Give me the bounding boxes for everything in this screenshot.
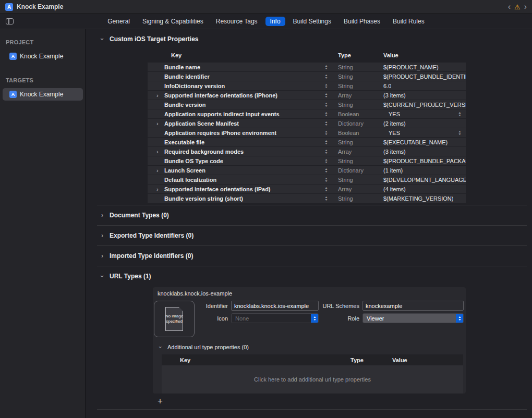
targets-section-header: TARGETS (0, 77, 86, 83)
section-title: Imported Type Identifiers (0) (110, 252, 193, 260)
url-type-editor: knocklabs.knock.ios-example No image spe… (153, 287, 466, 394)
key-stepper-icon[interactable]: ▲▼ (325, 102, 328, 107)
section-document-types[interactable]: › Document Types (0) (97, 205, 527, 225)
key-stepper-icon[interactable]: ▲▼ (325, 177, 328, 182)
disclosure-triangle-icon[interactable]: › (156, 167, 164, 174)
editor-tabbar: GeneralSigning & CapabilitiesResource Ta… (0, 14, 532, 29)
property-row[interactable]: Bundle version string (short)▲▼String$(M… (148, 194, 466, 203)
key-stepper-icon[interactable]: ▲▼ (325, 187, 328, 191)
property-key-label: Bundle OS Type code (164, 158, 223, 164)
role-popup[interactable]: Viewer ▲▼ (362, 313, 464, 323)
section-url-types[interactable]: › URL Types (1) (97, 266, 527, 286)
property-value-label: $(CURRENT_PROJECT_VERSION) (383, 102, 466, 108)
property-row[interactable]: Application requires iPhone environment▲… (148, 128, 466, 137)
value-popup-stepper-icon[interactable]: ▲▼ (458, 130, 461, 135)
disclosure-triangle-icon[interactable]: › (156, 186, 164, 192)
disclosure-triangle-icon[interactable]: › (156, 149, 164, 155)
property-row[interactable]: Bundle version▲▼String$(CURRENT_PROJECT_… (148, 100, 466, 109)
property-key-label: Executable file (164, 139, 204, 145)
chevron-right-icon: › (100, 252, 105, 260)
property-row[interactable]: ›Supported interface orientations (iPad)… (148, 185, 466, 193)
key-stepper-icon[interactable]: ▲▼ (325, 149, 328, 154)
tab-general[interactable]: General (103, 17, 135, 26)
property-value-label: (4 items) (383, 186, 406, 192)
disclosure-triangle-icon[interactable]: › (156, 120, 164, 127)
property-row[interactable]: Default localization▲▼String$(DEVELOPMEN… (148, 175, 466, 184)
column-header-type: Type (331, 52, 377, 58)
tab-build-settings[interactable]: Build Settings (288, 17, 336, 26)
tab-info[interactable]: Info (265, 17, 285, 26)
sidebar-item-target[interactable]: A Knock Example (3, 88, 83, 101)
key-stepper-icon[interactable]: ▲▼ (325, 196, 328, 201)
property-row[interactable]: ›Application Scene Manifest▲▼Dictionary(… (148, 119, 466, 128)
back-chevron-icon[interactable]: ‹ (508, 3, 511, 11)
add-additional-property-link[interactable]: Click here to add additional url type pr… (162, 365, 463, 394)
url-schemes-input[interactable] (362, 301, 464, 311)
value-popup-stepper-icon[interactable]: ▲▼ (458, 112, 461, 116)
section-title: URL Types (1) (110, 273, 151, 280)
key-stepper-icon[interactable]: ▲▼ (325, 168, 328, 173)
warning-icon[interactable]: ⚠ (514, 4, 521, 10)
property-value-label: (2 items) (383, 120, 406, 127)
url-type-image-well[interactable]: No image specified (154, 301, 195, 337)
key-stepper-icon[interactable]: ▲▼ (325, 93, 328, 97)
section-imported-type-identifiers[interactable]: › Imported Type Identifiers (0) (97, 245, 527, 266)
property-value-label: YES (383, 111, 400, 117)
role-popup-value: Viewer (367, 315, 384, 322)
icon-popup[interactable]: None ▲▼ (231, 313, 319, 323)
key-stepper-icon[interactable]: ▲▼ (325, 83, 328, 88)
key-stepper-icon[interactable]: ▲▼ (325, 121, 328, 126)
tab-build-phases[interactable]: Build Phases (339, 17, 385, 26)
property-key-label: Bundle version (164, 102, 205, 108)
additional-properties-header[interactable]: › Additional url type properties (0) (158, 343, 466, 351)
chevron-right-icon: › (100, 232, 105, 239)
target-item-label: Knock Example (20, 91, 63, 98)
url-type-fields: Identifier URL Schemes Icon None ▲▼ Role… (199, 301, 464, 337)
property-value-label: 6.0 (383, 83, 391, 89)
property-type-label: Array (331, 186, 377, 192)
add-url-type-button[interactable]: + (156, 397, 164, 406)
key-stepper-icon[interactable]: ▲▼ (325, 130, 328, 135)
property-key-label: Application Scene Manifest (164, 120, 239, 127)
tab-build-rules[interactable]: Build Rules (388, 17, 429, 26)
key-stepper-icon[interactable]: ▲▼ (325, 158, 328, 163)
key-stepper-icon[interactable]: ▲▼ (325, 112, 328, 116)
additional-properties-table: Key Type Value Click here to add additio… (162, 354, 463, 394)
property-row[interactable]: ›Launch Screen▲▼Dictionary(1 item) (148, 166, 466, 175)
property-row[interactable]: Application supports indirect input even… (148, 109, 466, 118)
property-key-label: Application requires iPhone environment (164, 130, 276, 136)
key-stepper-icon[interactable]: ▲▼ (325, 74, 328, 79)
window-title: Knock Example (17, 3, 63, 10)
property-key-label: Bundle identifier (164, 73, 210, 80)
forward-chevron-icon[interactable]: › (524, 3, 527, 11)
key-stepper-icon[interactable]: ▲▼ (325, 140, 328, 144)
section-title: Custom iOS Target Properties (110, 35, 198, 43)
property-value-label: (3 items) (383, 149, 406, 155)
props-table-body: Bundle name▲▼String$(PRODUCT_NAME)Bundle… (148, 63, 466, 203)
column-header-key: Key (180, 357, 350, 363)
property-row[interactable]: Bundle OS Type code▲▼String$(PRODUCT_BUN… (148, 156, 466, 165)
sidebar-item-project[interactable]: A Knock Example (3, 50, 83, 63)
section-custom-ios-target-properties[interactable]: › Custom iOS Target Properties (97, 35, 527, 43)
sidebar-toggle-icon[interactable] (6, 18, 14, 24)
tab-signing-capabilities[interactable]: Signing & Capabilities (138, 17, 208, 26)
property-key-label: Bundle name (164, 64, 200, 70)
property-row[interactable]: InfoDictionary version▲▼String6.0 (148, 81, 466, 90)
key-stepper-icon[interactable]: ▲▼ (325, 65, 328, 69)
disclosure-triangle-icon[interactable]: › (156, 92, 164, 99)
property-row[interactable]: Bundle identifier▲▼String$(PRODUCT_BUNDL… (148, 72, 466, 81)
property-row[interactable]: Executable file▲▼String$(EXECUTABLE_NAME… (148, 138, 466, 146)
additional-properties-table-header: Key Type Value (162, 354, 463, 365)
property-row[interactable]: ›Required background modes▲▼Array(3 item… (148, 147, 466, 156)
tab-resource-tags[interactable]: Resource Tags (211, 17, 262, 26)
property-row[interactable]: Bundle name▲▼String$(PRODUCT_NAME) (148, 63, 466, 71)
popup-stepper-icon: ▲▼ (311, 314, 318, 323)
chevron-down-icon: › (158, 345, 164, 350)
section-exported-type-identifiers[interactable]: › Exported Type Identifiers (0) (97, 225, 527, 245)
identifier-label: Identifier (199, 303, 229, 309)
icon-label: Icon (199, 315, 229, 322)
app-icon: A (5, 3, 13, 11)
property-value-label: $(PRODUCT_NAME) (383, 64, 439, 70)
identifier-input[interactable] (231, 301, 319, 311)
property-row[interactable]: ›Supported interface orientations (iPhon… (148, 91, 466, 100)
